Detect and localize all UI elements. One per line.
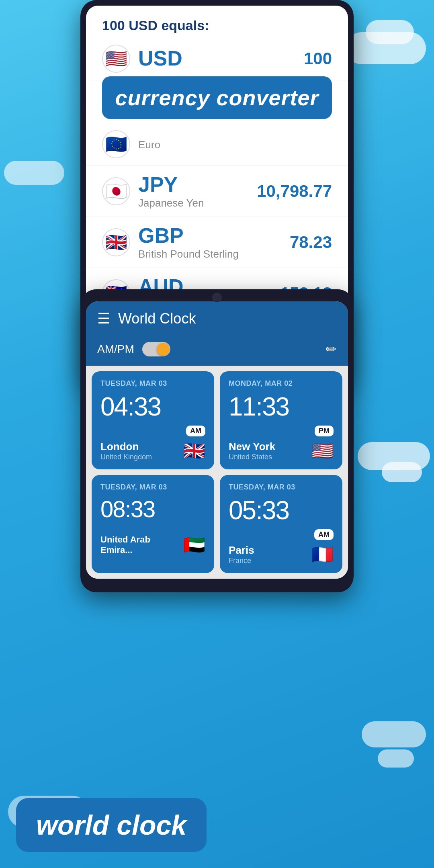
newyork-date: MONDAY, MAR 02 [229, 379, 334, 388]
usd-flag: 🇺🇸 [102, 45, 130, 73]
paris-time: 05:33 [229, 495, 334, 525]
london-city: London [100, 440, 152, 453]
london-footer: London United Kingdom 🇬🇧 [100, 440, 205, 461]
jpy-name: Japanese Yen [138, 197, 257, 209]
jpy-value: 10,798.77 [257, 182, 332, 201]
edit-icon[interactable]: ✏ [326, 342, 337, 357]
paris-period: AM [314, 529, 334, 540]
world-clock-toolbar: AM/PM ✏ [86, 336, 348, 366]
london-flag: 🇬🇧 [183, 440, 205, 461]
clocks-grid: TUESDAY, MAR 03 04:33 AM London United K… [86, 366, 348, 579]
london-period: AM [186, 426, 205, 436]
gbp-name: British Pound Sterling [138, 248, 290, 260]
eur-info: Euro [130, 138, 332, 151]
world-clock-header: ☰ World Clock [86, 301, 348, 336]
toggle-thumb [157, 343, 170, 356]
world-clock-label-banner: world clock [16, 798, 207, 852]
notch-camera [212, 293, 222, 302]
london-time: 04:33 [100, 392, 205, 422]
newyork-flag: 🇺🇸 [311, 440, 334, 461]
newyork-city: New York [229, 440, 275, 453]
london-date: TUESDAY, MAR 03 [100, 379, 205, 388]
currency-row-eur[interactable]: 🇪🇺 Euro [86, 123, 348, 166]
jpy-flag: 🇯🇵 [102, 177, 130, 205]
gbp-info: GBP British Pound Sterling [130, 224, 290, 260]
menu-icon[interactable]: ☰ [97, 310, 110, 327]
jpy-code: JPY [138, 173, 257, 196]
paris-country: France [229, 557, 254, 565]
uae-city: United Arab Emira... [100, 534, 183, 555]
clock-card-uae[interactable]: TUESDAY, MAR 03 08:33 United Arab Emira.… [92, 475, 214, 573]
uae-date: TUESDAY, MAR 03 [100, 483, 205, 491]
clock-card-london[interactable]: TUESDAY, MAR 03 04:33 AM London United K… [92, 371, 214, 469]
paris-flag: 🇫🇷 [311, 544, 334, 565]
currency-row-jpy[interactable]: 🇯🇵 JPY Japanese Yen 10,798.77 [86, 166, 348, 217]
uae-flag: 🇦🇪 [183, 534, 205, 555]
clock-card-newyork[interactable]: MONDAY, MAR 02 11:33 PM New York United … [220, 371, 342, 469]
gbp-flag: 🇬🇧 [102, 228, 130, 256]
currency-banner: currency converter [102, 76, 332, 119]
usd-code: USD [138, 47, 304, 70]
eur-flag: 🇪🇺 [102, 130, 130, 158]
uae-footer: United Arab Emira... 🇦🇪 [100, 534, 205, 555]
world-clock-phone: ☰ World Clock AM/PM ✏ TUESDAY, MAR 03 04… [80, 289, 354, 592]
gbp-code: GBP [138, 224, 290, 247]
ampm-toggle[interactable] [142, 342, 170, 356]
newyork-time: 11:33 [229, 392, 334, 422]
newyork-country: United States [229, 453, 275, 461]
gbp-value: 78.23 [290, 233, 332, 252]
currency-row-usd[interactable]: 🇺🇸 USD 100 [86, 37, 348, 80]
currency-row-gbp[interactable]: 🇬🇧 GBP British Pound Sterling 78.23 [86, 217, 348, 268]
usd-info: USD [130, 47, 304, 70]
clock-card-paris[interactable]: TUESDAY, MAR 03 05:33 AM Paris France 🇫🇷 [220, 475, 342, 573]
newyork-footer: New York United States 🇺🇸 [229, 440, 334, 461]
uae-time: 08:33 [100, 495, 205, 522]
london-country: United Kingdom [100, 453, 152, 461]
currency-banner-text: currency converter [115, 85, 319, 110]
jpy-info: JPY Japanese Yen [130, 173, 257, 209]
eur-name: Euro [138, 139, 332, 151]
equals-text: 100 USD equals: [86, 6, 348, 37]
newyork-period: PM [315, 426, 334, 436]
world-clock-label-text: world clock [36, 810, 186, 840]
ampm-label: AM/PM [97, 343, 134, 356]
paris-date: TUESDAY, MAR 03 [229, 483, 334, 491]
world-clock-title: World Clock [118, 310, 337, 327]
usd-value: 100 [304, 49, 332, 68]
phone-notch [80, 289, 354, 301]
world-clock-screen: ☰ World Clock AM/PM ✏ TUESDAY, MAR 03 04… [86, 301, 348, 579]
paris-footer: Paris France 🇫🇷 [229, 544, 334, 565]
paris-city: Paris [229, 544, 254, 557]
